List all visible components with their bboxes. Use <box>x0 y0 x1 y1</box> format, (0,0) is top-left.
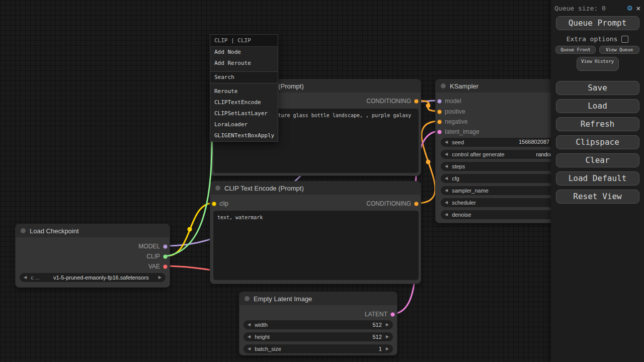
refresh-button[interactable]: Refresh <box>556 117 639 131</box>
ckpt-name-widget[interactable]: ◀ c ... v1-5-pruned-emaonly-fp16.safeten… <box>20 273 166 282</box>
output-slot-model: MODEL <box>138 241 168 251</box>
node-clip-text-encode-negative[interactable]: CLIP Text Encode (Prompt) clip CONDITION… <box>210 181 421 284</box>
view-history-button[interactable]: View History <box>577 57 619 71</box>
comfy-menu-panel: Queue size: 0 ⚙ ✕ Queue Prompt Extra opt… <box>551 0 644 362</box>
decrement-arrow-icon[interactable]: ◀ <box>248 335 251 339</box>
extra-options-label: Extra options <box>567 35 618 43</box>
widget-label: control after generate <box>452 151 505 157</box>
extra-options-checkbox[interactable] <box>621 36 628 43</box>
link-dot-clip <box>188 227 192 232</box>
connecting-link <box>167 129 212 256</box>
output-slot-conditioning: CONDITIONING <box>366 96 419 106</box>
clipspace-button[interactable]: Clipspace <box>556 135 639 149</box>
widget-value: v1-5-pruned-emaonly-fp16.safetensors <box>44 275 158 281</box>
widget-value: 512 <box>372 334 381 340</box>
widget-label: width <box>255 322 268 328</box>
menu-item-add-node[interactable]: Add Node <box>210 47 278 58</box>
node-title-bar[interactable]: Empty Latent Image <box>239 292 397 305</box>
menu-item-loraloader[interactable]: LoraLoader <box>210 119 278 130</box>
slot-label: negative <box>445 118 467 125</box>
widget-label: denoise <box>452 212 471 218</box>
input-slot-model: model <box>437 96 461 106</box>
input-slot-negative: negative <box>437 117 467 127</box>
node-title: Load Checkpoint <box>30 227 79 235</box>
widget-batch-size[interactable]: ◀ batch_size 1 ▶ <box>244 344 393 353</box>
conditioning-port[interactable] <box>437 110 442 114</box>
decrement-arrow-icon[interactable]: ◀ <box>445 140 448 144</box>
menu-item-reroute[interactable]: Reroute <box>210 86 278 97</box>
input-slot-latent-image: latent_image <box>437 127 479 137</box>
node-title: KSampler <box>450 82 478 90</box>
queue-prompt-button[interactable]: Queue Prompt <box>556 16 639 30</box>
widget-label: seed <box>452 139 464 145</box>
vae-port[interactable] <box>163 264 168 269</box>
slot-label: LATENT <box>365 311 387 318</box>
widget-value: 1 <box>379 346 382 352</box>
increment-arrow-icon[interactable]: ▶ <box>386 347 389 351</box>
view-queue-button[interactable]: View Queue <box>599 46 639 54</box>
decrement-arrow-icon[interactable]: ◀ <box>248 347 251 351</box>
slot-label: clip <box>219 200 228 207</box>
clip-port[interactable] <box>212 202 216 206</box>
conditioning-port[interactable] <box>437 120 442 124</box>
node-load-checkpoint[interactable]: Load Checkpoint MODEL CLIP VAE ◀ c ... v… <box>15 224 170 288</box>
prev-option-arrow-icon[interactable]: ◀ <box>24 276 27 280</box>
link-clip <box>167 203 213 256</box>
link-dot-positive <box>426 104 431 108</box>
save-button[interactable]: Save <box>556 81 639 95</box>
slot-label: positive <box>445 108 465 115</box>
widget-label: cfg <box>452 175 459 182</box>
latent-port[interactable] <box>390 312 395 317</box>
menu-item-clipsetlastlayer[interactable]: CLIPSetLastLayer <box>210 108 278 119</box>
decrement-arrow-icon[interactable]: ◀ <box>248 323 251 327</box>
decrement-arrow-icon[interactable]: ◀ <box>445 176 448 180</box>
settings-gear-icon[interactable]: ⚙ <box>627 4 632 12</box>
prev-option-arrow-icon[interactable]: ◀ <box>445 189 448 193</box>
load-default-button[interactable]: Load Default <box>556 171 639 186</box>
widget-label: sampler_name <box>452 188 489 194</box>
clip-port[interactable] <box>163 254 168 259</box>
increment-arrow-icon[interactable]: ▶ <box>386 323 389 327</box>
node-title-bar[interactable]: Load Checkpoint <box>16 224 170 237</box>
widget-label: height <box>255 334 270 340</box>
menu-search-input[interactable]: Search <box>210 71 278 83</box>
menu-item-add-reroute[interactable]: Add Reroute <box>210 58 278 69</box>
node-title-bar[interactable]: CLIP Text Encode (Prompt) <box>210 182 421 195</box>
clear-button[interactable]: Clear <box>556 153 639 167</box>
link-dot-negative <box>426 160 431 164</box>
close-icon[interactable]: ✕ <box>636 5 640 12</box>
decrement-arrow-icon[interactable]: ◀ <box>445 152 448 156</box>
next-option-arrow-icon[interactable]: ▶ <box>158 276 162 280</box>
output-slot-vae: VAE <box>148 261 168 272</box>
reset-view-button[interactable]: Reset View <box>556 190 639 204</box>
load-button[interactable]: Load <box>556 99 639 113</box>
slot-label: VAE <box>148 263 160 270</box>
model-port[interactable] <box>163 244 168 249</box>
menu-item-gligentextboxapply[interactable]: GLIGENTextBoxApply <box>210 130 278 141</box>
menu-item-cliptextencode[interactable]: CLIPTextEncode <box>210 97 278 108</box>
conditioning-port[interactable] <box>414 202 419 206</box>
widget-height[interactable]: ◀ height 512 ▶ <box>244 332 393 341</box>
decrement-arrow-icon[interactable]: ◀ <box>445 213 448 217</box>
widget-width[interactable]: ◀ width 512 ▶ <box>244 320 393 329</box>
increment-arrow-icon[interactable]: ▶ <box>386 335 389 339</box>
node-empty-latent-image[interactable]: Empty Latent Image LATENT ◀ width 512 ▶ … <box>239 292 397 355</box>
conditioning-port[interactable] <box>414 99 419 104</box>
slot-label: latent_image <box>445 128 479 135</box>
context-menu-title: CLIP | CLIP <box>210 35 278 47</box>
node-status-dot-icon <box>441 83 446 88</box>
queue-front-button[interactable]: Queue Front <box>555 46 596 54</box>
slot-label: CONDITIONING <box>366 98 411 105</box>
node-status-dot-icon <box>215 186 220 191</box>
node-graph-canvas[interactable]: Load Checkpoint MODEL CLIP VAE ◀ c ... v… <box>0 0 644 362</box>
output-slot-conditioning: CONDITIONING <box>366 199 419 209</box>
negative-prompt-textarea[interactable]: text, watermark <box>213 211 419 280</box>
prev-option-arrow-icon[interactable]: ◀ <box>445 201 448 205</box>
model-port[interactable] <box>437 99 442 104</box>
widget-value: 512 <box>372 322 381 328</box>
decrement-arrow-icon[interactable]: ◀ <box>445 164 448 168</box>
slot-label: MODEL <box>138 243 160 250</box>
latent-port[interactable] <box>437 130 442 134</box>
node-status-dot-icon <box>245 296 250 301</box>
output-slot-clip: CLIP <box>146 251 168 261</box>
